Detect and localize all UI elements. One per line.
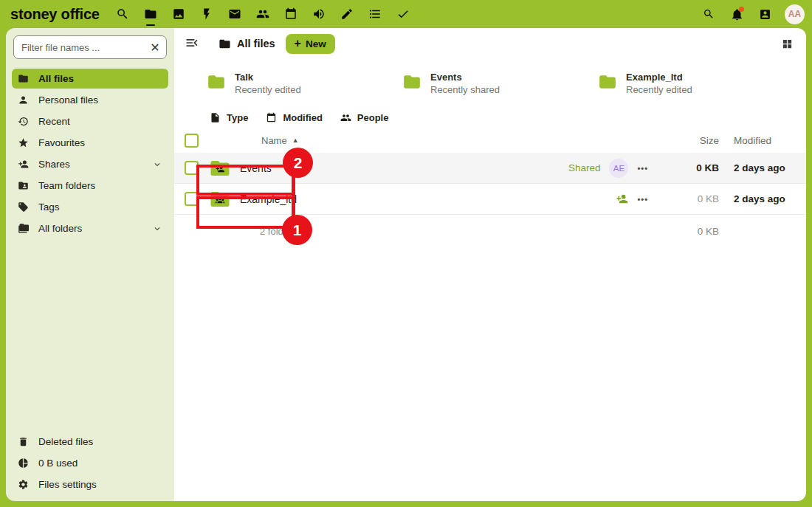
table-header-row: Name ▲ Size Modified [174, 128, 806, 153]
talk-app-icon[interactable] [305, 0, 333, 28]
folder-icon [18, 73, 29, 84]
sidebar-item-files-settings[interactable]: Files settings [12, 475, 168, 494]
sidebar-item-label: Recent [38, 116, 70, 127]
name-header-label: Name [261, 135, 287, 146]
activity-app-icon[interactable] [193, 0, 221, 28]
new-button[interactable]: + New [286, 34, 335, 54]
filter-label: Type [227, 112, 248, 123]
row-actions: Shared AE ••• [490, 159, 660, 178]
notifications-bell-icon[interactable] [723, 0, 751, 28]
file-size: 0 KB [660, 162, 719, 173]
calendar-icon [266, 112, 277, 123]
contacts-app-icon[interactable] [249, 0, 277, 28]
clear-filter-icon[interactable]: ✕ [149, 41, 161, 53]
person-icon [18, 94, 29, 106]
column-header-name[interactable]: Name ▲ [261, 135, 490, 146]
breadcrumb-label: All files [237, 38, 275, 49]
mail-app-icon[interactable] [221, 0, 249, 28]
recommendation-title: Talk [235, 71, 301, 83]
filter-field-wrap: ✕ [13, 35, 167, 59]
unified-search-icon[interactable] [695, 0, 723, 28]
file-size: 0 KB [660, 193, 719, 204]
recommendation-title: Example_ltd [626, 71, 692, 83]
sidebar-item-label: Favourites [38, 137, 85, 148]
search-app-icon[interactable] [109, 0, 137, 28]
annotation-badge-2: 2 [283, 148, 313, 178]
files-app-icon[interactable] [137, 0, 165, 28]
trash-icon [18, 436, 29, 447]
shared-link[interactable]: Shared [568, 162, 601, 173]
row-actions: ••• [490, 193, 660, 205]
filter-label: People [357, 112, 389, 123]
folder-icon [598, 72, 617, 92]
sidebar-item-personal-files[interactable]: Personal files [12, 90, 168, 110]
files-content: All files + New Talk Recently edited [174, 28, 806, 501]
checkmark-app-icon[interactable] [389, 0, 417, 28]
recommendation-text: Example_ltd Recently edited [626, 71, 692, 96]
sidebar-item-tags[interactable]: Tags [12, 197, 168, 217]
sidebar-item-label: Shares [38, 159, 70, 170]
tasks-app-icon[interactable] [361, 0, 389, 28]
sidebar-item-all-files[interactable]: All files [12, 69, 168, 89]
recommendation-talk[interactable]: Talk Recently edited [207, 71, 402, 96]
recommendation-subtitle: Recently shared [430, 83, 500, 96]
folder-icon [207, 72, 226, 92]
topbar-right: AA [695, 0, 805, 28]
chevron-down-icon[interactable] [152, 159, 162, 170]
sharee-avatar[interactable]: AE [609, 159, 628, 178]
filter-people-button[interactable]: People [340, 112, 389, 123]
sidebar-item-all-folders[interactable]: All folders [12, 218, 168, 238]
account-plus-icon [18, 159, 29, 170]
sidebar-footer: Deleted files 0 B used Files settings [6, 431, 174, 501]
sidebar-item-label: Team folders [38, 180, 95, 191]
row-menu-icon[interactable]: ••• [637, 164, 648, 173]
app-frame: ✕ All files Personal files Recent Favour… [6, 28, 806, 501]
app-root: { "theme": { "accent": "#9ac02c", "sideb… [0, 0, 812, 507]
annotation-badge-1: 1 [282, 215, 312, 245]
app-logo[interactable]: stoney office [10, 6, 100, 23]
star-icon [18, 137, 29, 148]
filter-files-input[interactable] [13, 35, 167, 59]
sidebar-item-shares[interactable]: Shares [12, 154, 168, 174]
people-icon [340, 112, 351, 123]
sidebar-item-label: Tags [38, 201, 60, 213]
sidebar-item-favourites[interactable]: Favourites [12, 133, 168, 153]
folder-icon [402, 72, 422, 92]
sidebar-item-recent[interactable]: Recent [12, 111, 168, 131]
sidebar-item-label: All folders [38, 223, 82, 234]
collapse-sidebar-icon[interactable] [185, 35, 201, 52]
folder-icon [219, 38, 231, 50]
share-action-icon[interactable] [616, 193, 628, 205]
sidebar-item-label: Files settings [38, 479, 97, 490]
sidebar-item-team-folders[interactable]: Team folders [12, 176, 168, 196]
calendar-app-icon[interactable] [277, 0, 305, 28]
folder-users-icon [18, 180, 29, 191]
sidebar-item-deleted-files[interactable]: Deleted files [12, 432, 168, 452]
user-avatar[interactable]: AA [785, 4, 805, 24]
column-header-modified[interactable]: Modified [734, 135, 793, 146]
filter-label: Modified [283, 112, 322, 123]
notes-app-icon[interactable] [333, 0, 361, 28]
sidebar-item-label: Deleted files [38, 436, 93, 447]
folders-icon [18, 223, 29, 234]
sidebar-item-quota[interactable]: 0 B used [12, 453, 168, 473]
files-sidebar: ✕ All files Personal files Recent Favour… [6, 28, 174, 501]
column-header-size[interactable]: Size [660, 135, 719, 146]
contacts-menu-icon[interactable] [751, 0, 779, 28]
new-button-label: New [306, 38, 326, 49]
sort-ascending-icon: ▲ [292, 137, 299, 144]
annotation-rect-events [196, 165, 295, 196]
row-menu-icon[interactable]: ••• [637, 195, 648, 204]
filter-type-button[interactable]: Type [210, 112, 248, 123]
chevron-down-icon[interactable] [152, 224, 162, 234]
grid-view-toggle-icon[interactable] [777, 33, 797, 54]
select-all-checkbox[interactable] [185, 134, 199, 148]
recommendation-events[interactable]: Events Recently shared [402, 71, 598, 96]
recommendation-example-ltd[interactable]: Example_ltd Recently edited [598, 71, 794, 96]
active-app-indicator [146, 24, 155, 27]
filter-modified-button[interactable]: Modified [266, 112, 322, 123]
breadcrumb[interactable]: All files [219, 38, 275, 50]
photos-app-icon[interactable] [165, 0, 193, 28]
file-icon [210, 112, 221, 123]
recommendation-text: Talk Recently edited [235, 71, 301, 96]
